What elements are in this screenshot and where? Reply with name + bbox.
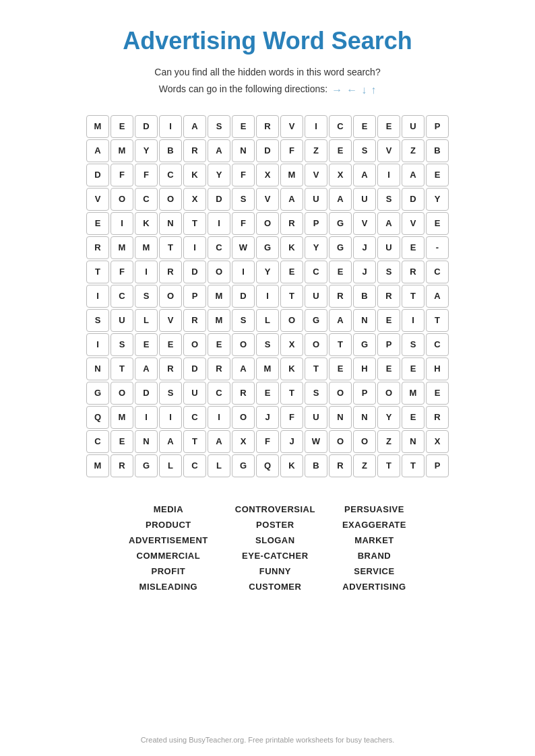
grid-cell: F [111, 164, 133, 186]
grid-row: SULVRMSLOGANEIT [86, 309, 449, 332]
grid-cell: I [159, 115, 182, 138]
grid-cell: A [377, 212, 400, 235]
grid-cell: C [208, 236, 230, 259]
grid-cell: S [135, 285, 158, 308]
grid-cell: E [402, 357, 424, 380]
grid-cell: I [183, 236, 206, 259]
grid-cell: T [377, 454, 400, 477]
grid-cell: A [208, 430, 230, 453]
grid-cell: S [208, 115, 230, 138]
grid-row: TFIRDOIYECEJSRC [86, 261, 449, 283]
grid-cell: A [159, 430, 182, 453]
grid-cell: O [111, 188, 133, 211]
word-item: COMMERCIAL [137, 551, 201, 561]
grid-row: GODSUCRETSOPOME [86, 382, 449, 405]
grid-cell: M [208, 309, 230, 332]
grid-cell: S [377, 261, 400, 283]
grid-cell: V [159, 309, 182, 332]
grid-cell: Q [86, 406, 109, 429]
subtitle: Can you find all the hidden words in thi… [154, 65, 380, 99]
grid-cell: I [208, 406, 230, 429]
grid-cell: E [426, 212, 449, 235]
grid-cell: F [111, 261, 133, 283]
grid-cell: C [426, 333, 449, 356]
grid-cell: O [232, 406, 255, 429]
grid-cell: L [135, 309, 158, 332]
grid-cell: F [280, 406, 303, 429]
grid-cell: I [256, 285, 279, 308]
grid-cell: H [426, 357, 449, 380]
grid-row: NTARDRAMKTEHEEH [86, 357, 449, 380]
grid-row: DFFCKYFXMVXAIAE [86, 164, 449, 186]
grid-row: ISEEOEOSXOTGPSC [86, 333, 449, 356]
grid-cell: E [111, 115, 133, 138]
grid-cell: K [280, 454, 303, 477]
grid-cell: K [183, 164, 206, 186]
grid-cell: A [232, 357, 255, 380]
grid-cell: A [329, 188, 352, 211]
grid-cell: E [377, 357, 400, 380]
grid-cell: N [86, 357, 109, 380]
grid-cell: B [159, 139, 182, 162]
grid-cell: O [232, 333, 255, 356]
grid-cell: L [208, 454, 230, 477]
grid-cell: M [280, 164, 303, 186]
grid-cell: O [111, 382, 133, 405]
word-item: MEDIA [154, 504, 183, 514]
grid-cell: L [159, 454, 182, 477]
grid-cell: P [426, 454, 449, 477]
grid-cell: N [353, 406, 376, 429]
grid-cell: E [232, 115, 255, 138]
grid-cell: Y [426, 188, 449, 211]
grid-cell: C [183, 406, 206, 429]
grid-cell: U [353, 188, 376, 211]
subtitle-line1: Can you find all the hidden words in thi… [154, 65, 380, 81]
grid-cell: W [305, 430, 327, 453]
grid-cell: B [305, 454, 327, 477]
word-item: FUNNY [259, 566, 291, 576]
word-item: PERSUASIVE [344, 504, 404, 514]
grid-cell: D [183, 357, 206, 380]
grid-cell: G [232, 454, 255, 477]
grid-cell: O [329, 430, 352, 453]
grid-cell: W [232, 236, 255, 259]
grid-cell: V [305, 164, 327, 186]
word-item: CUSTOMER [249, 582, 301, 592]
grid-cell: M [208, 285, 230, 308]
grid-cell: R [426, 406, 449, 429]
grid-cell: U [305, 188, 327, 211]
grid-cell: X [280, 333, 303, 356]
grid-cell: L [256, 309, 279, 332]
grid-cell: E [111, 430, 133, 453]
grid-cell: M [86, 454, 109, 477]
grid-cell: Y [377, 406, 400, 429]
grid-cell: X [329, 164, 352, 186]
grid-cell: T [86, 261, 109, 283]
grid-cell: G [135, 454, 158, 477]
grid-cell: D [86, 164, 109, 186]
word-list-col-1: MEDIAPRODUCTADVERTISEMENTCOMMERCIALPROFI… [129, 504, 208, 592]
grid-cell: O [329, 382, 352, 405]
grid-cell: R [256, 115, 279, 138]
grid-cell: R [402, 261, 424, 283]
grid-cell: F [232, 212, 255, 235]
word-item: SLOGAN [255, 535, 295, 545]
footer-text: Created using BusyTeacher.org. Free prin… [0, 736, 535, 744]
grid-cell: E [208, 333, 230, 356]
grid-cell: T [183, 212, 206, 235]
grid-cell: P [305, 212, 327, 235]
grid-cell: E [135, 333, 158, 356]
word-item: PROFIT [152, 566, 186, 576]
grid-cell: G [256, 236, 279, 259]
grid-cell: I [232, 261, 255, 283]
grid-cell: R [159, 261, 182, 283]
grid-cell: X [232, 430, 255, 453]
word-item: MARKET [354, 535, 394, 545]
grid-cell: O [183, 333, 206, 356]
grid-cell: Z [377, 430, 400, 453]
grid-cell: U [305, 285, 327, 308]
grid-cell: X [256, 164, 279, 186]
grid-cell: C [305, 261, 327, 283]
arrow-down-icon: ↓ [361, 81, 367, 99]
grid-cell: V [402, 212, 424, 235]
